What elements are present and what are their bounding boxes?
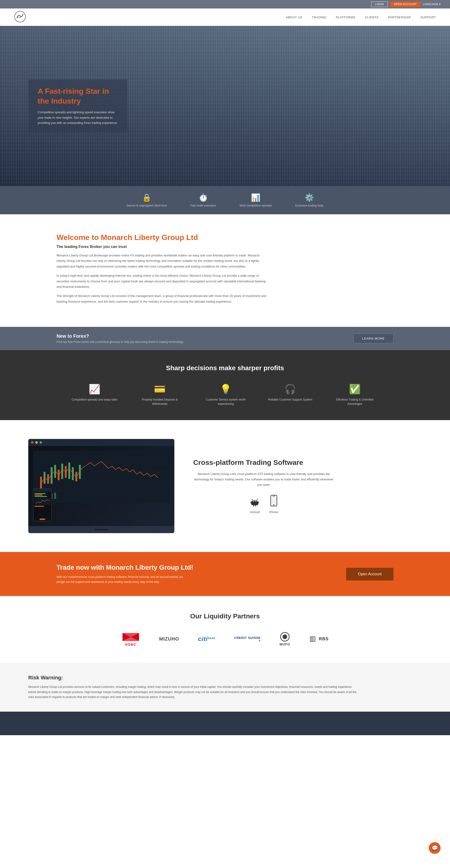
- hero-description: Competitive spreads and lightning speed …: [38, 110, 118, 125]
- feature-spreads: 📊 Most competitive spreads: [240, 193, 272, 207]
- svg-rect-40: [68, 463, 70, 479]
- partners-section: Our Liquidity Partners HSBC MIZUHO citib…: [0, 596, 450, 663]
- nav-clients[interactable]: CLIENTS: [365, 16, 379, 19]
- svg-point-49: [253, 501, 254, 502]
- hero-title: A Fast-rising Star in the Industry: [38, 86, 118, 106]
- risk-text: Monarch Liberty Group Ltd provides servi…: [28, 685, 358, 700]
- partners-logos: HSBC MIZUHO citibank CREDIT SUISSE ✦ MUF…: [28, 632, 422, 646]
- wallet-icon: 💳: [154, 383, 166, 395]
- forex-text: New to Forex? Find out how Forex works a…: [57, 334, 184, 344]
- svg-rect-55: [253, 505, 254, 506]
- gear-icon: ⚙️: [305, 193, 314, 202]
- logo[interactable]: [14, 11, 26, 23]
- svg-rect-60: [272, 497, 276, 504]
- trading-mockup: [28, 439, 174, 533]
- bar-chart-icon: 📈: [89, 383, 100, 395]
- hero-section: A Fast-rising Star in the Industry Compe…: [0, 26, 450, 186]
- profit-spreads: 📈 Competitive spreads and swap rates: [71, 383, 117, 406]
- cta-description: With our comprehensive cross-platform tr…: [57, 575, 188, 584]
- login-button[interactable]: LOGIN: [371, 1, 388, 7]
- profit-support-label: Reliable Customer Support System: [268, 398, 312, 402]
- trading-description: Monarch Liberty Group Ltd's cross-platfo…: [193, 471, 335, 488]
- welcome-brand: Monarch Liberty Group Ltd: [101, 233, 198, 242]
- citi-logo: citibank: [198, 636, 215, 643]
- forex-banner: New to Forex? Find out how Forex works a…: [0, 327, 450, 350]
- profits-heading: Sharp decisions make sharper profits: [14, 364, 436, 372]
- profits-icons: 📈 Competitive spreads and swap rates 💳 P…: [14, 383, 436, 406]
- feature-execution-label: Fast order execution: [190, 204, 216, 207]
- profit-support: 🎧 Reliable Customer Support System: [268, 383, 312, 406]
- risk-heading: Risk Warning:: [28, 675, 422, 681]
- profit-deposits: 💳 Properly handled Deposits & Withdrawal…: [136, 383, 183, 406]
- profit-trading-label: Effortless Trading & Unlimited Advantage…: [331, 398, 379, 406]
- profit-spreads-label: Competitive spreads and swap rates: [71, 398, 117, 402]
- iphone-platform: iPhone: [269, 495, 278, 514]
- risk-section: Risk Warning: Monarch Liberty Group Ltd …: [0, 663, 450, 712]
- nav-about[interactable]: ABOUT US: [286, 16, 302, 19]
- footer: [0, 712, 450, 735]
- trading-content: Cross-platform Trading Software Monarch …: [193, 459, 335, 514]
- platform-icons: Android iPhone: [193, 495, 335, 514]
- nav-platforms[interactable]: PLATFORMS: [336, 16, 356, 19]
- forex-description: Find out how Forex works and a technical…: [57, 340, 184, 344]
- language-button[interactable]: LANGUAGE ▾: [423, 3, 441, 6]
- welcome-heading: Welcome to Monarch Liberty Group Ltd: [57, 233, 393, 242]
- lightbulb-icon: 💡: [220, 383, 232, 395]
- mizuho-logo: MIZUHO: [159, 636, 179, 642]
- mufg-eye-icon: [280, 632, 290, 642]
- feature-tools-label: Exclusive trading tools: [295, 204, 323, 207]
- profit-trading: ✅ Effortless Trading & Unlimited Advanta…: [331, 383, 379, 406]
- nav-trading[interactable]: TRADING: [312, 16, 327, 19]
- svg-rect-53: [251, 501, 251, 504]
- open-account-cta-button[interactable]: Open Account: [346, 568, 393, 581]
- feature-secure-label: Secure & segregated client fund: [126, 204, 167, 207]
- nav-links: ABOUT US TRADING PLATFORMS CLIENTS PARTN…: [286, 15, 436, 19]
- credit-suisse-logo: CREDIT SUISSE ✦: [234, 636, 261, 642]
- nav-support[interactable]: SUPPORT: [420, 16, 436, 19]
- forex-heading: New to Forex?: [57, 334, 184, 339]
- welcome-para2: In today's high-tech and rapidly develop…: [57, 273, 269, 289]
- profit-deposits-label: Properly handled Deposits & Withdrawals: [136, 398, 183, 406]
- svg-point-0: [14, 11, 25, 22]
- trading-section: Cross-platform Trading Software Monarch …: [0, 420, 450, 552]
- android-platform: Android: [249, 496, 260, 514]
- welcome-para1: Monarch Liberty Group Ltd Brokerage prov…: [57, 253, 269, 269]
- checklist-icon: ✅: [349, 383, 361, 395]
- mufg-label: MUFG: [279, 642, 290, 646]
- open-account-top-button[interactable]: OPEN ACCOUNT: [390, 2, 420, 7]
- learn-more-button[interactable]: LEARN MORE: [353, 334, 393, 343]
- mufg-logo: MUFG: [279, 632, 290, 646]
- nav-partnership[interactable]: PARTNERSHIP: [388, 16, 411, 19]
- iphone-icon: [270, 495, 277, 509]
- feature-secure: 🔒 Secure & segregated client fund: [126, 193, 167, 207]
- features-bar: 🔒 Secure & segregated client fund ⏱️ Fas…: [0, 186, 450, 214]
- top-bar: LOGIN OPEN ACCOUNT LANGUAGE ▾: [0, 0, 450, 8]
- profit-service-label: Customer Service system worth experienci…: [202, 398, 249, 406]
- timer-icon: ⏱️: [199, 193, 208, 202]
- profit-service: 💡 Customer Service system worth experien…: [202, 383, 249, 406]
- partners-heading: Our Liquidity Partners: [28, 613, 422, 620]
- hsbc-logo: HSBC: [121, 632, 140, 646]
- cta-heading: Trade now with Monarch Liberty Group Ltd…: [57, 564, 193, 571]
- trading-heading: Cross-platform Trading Software: [193, 459, 335, 466]
- hero-content: A Fast-rising Star in the Industry Compe…: [28, 80, 127, 132]
- android-icon: [249, 496, 260, 509]
- svg-line-52: [257, 499, 258, 500]
- navbar: ABOUT US TRADING PLATFORMS CLIENTS PARTN…: [0, 8, 450, 26]
- iphone-label: iPhone: [269, 510, 278, 514]
- svg-rect-54: [258, 501, 259, 504]
- cta-section: Trade now with Monarch Liberty Group Ltd…: [0, 552, 450, 596]
- feature-tools: ⚙️ Exclusive trading tools: [295, 193, 323, 207]
- feature-spreads-label: Most competitive spreads: [240, 204, 272, 207]
- chart-icon: 📊: [251, 193, 260, 202]
- welcome-para3: The strength of Monarch Liberty Group Lt…: [57, 293, 269, 304]
- svg-line-51: [252, 499, 253, 500]
- svg-rect-56: [255, 505, 256, 506]
- feature-execution: ⏱️ Fast order execution: [190, 193, 216, 207]
- svg-point-59: [273, 504, 274, 505]
- lock-icon: 🔒: [142, 193, 151, 202]
- android-label: Android: [250, 510, 260, 514]
- svg-point-50: [256, 501, 256, 502]
- svg-rect-48: [54, 493, 56, 499]
- cta-text: Trade now with Monarch Liberty Group Ltd…: [57, 564, 193, 584]
